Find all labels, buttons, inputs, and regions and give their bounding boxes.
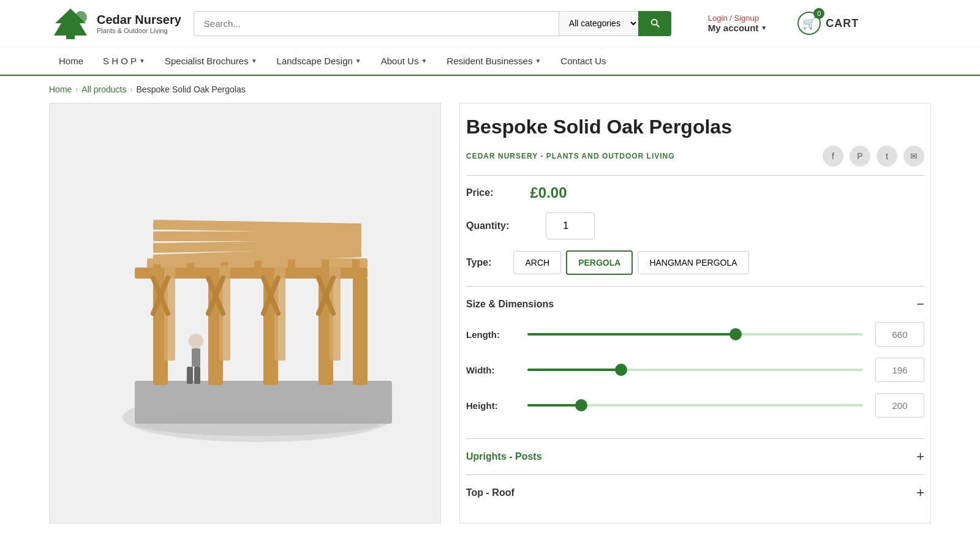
length-slider-wrap [527,328,863,340]
product-details: Bespoke Solid Oak Pergolas CEDAR NURSERY… [459,103,931,523]
top-roof-expand-icon: + [916,485,924,501]
category-select[interactable]: All categories [559,11,638,36]
size-dimensions-collapse-icon: − [916,296,924,312]
brand-share-row: CEDAR NURSERY - PLANTS AND OUTDOOR LIVIN… [466,146,924,167]
nav-landscape-label: Landscape Design [277,56,353,66]
size-dimensions-section: Size & Dimensions − Length: [466,286,924,438]
logo[interactable]: Cedar Nursery Plants & Outdoor Living [49,6,181,40]
breadcrumb: Home › All products › Bespoke Solid Oak … [0,76,980,103]
width-slider-row: Width: [466,358,924,382]
svg-rect-17 [153,220,361,233]
svg-point-4 [135,411,380,436]
search-input[interactable] [194,11,559,36]
height-slider-row: Height: [466,393,924,418]
width-slider-wrap [527,364,863,376]
top-roof-header[interactable]: Top - Roof + [466,485,924,501]
nav-resident-chevron: ▼ [535,58,541,64]
search-icon [649,17,660,28]
nav-specialist-label: Specialist Brochures [165,56,249,66]
main-nav: Home S H O P ▼ Specialist Brochures ▼ La… [0,47,980,76]
nav-resident-label: Resident Businesses [447,56,532,66]
length-slider-thumb[interactable] [729,328,742,340]
breadcrumb-current: Bespoke Solid Oak Pergolas [137,84,246,94]
share-icons: f P t ✉ [823,146,924,167]
my-account-dropdown[interactable]: My account ▼ [708,23,767,33]
share-facebook-icon[interactable]: f [823,146,843,167]
svg-rect-37 [187,367,193,384]
nav-shop-chevron: ▼ [139,58,145,64]
width-slider-fill [527,369,621,371]
svg-rect-12 [322,260,329,268]
svg-rect-16 [153,231,361,241]
share-twitter-icon[interactable]: t [876,146,897,167]
cart-badge: 0 [813,8,824,19]
share-email-icon[interactable]: ✉ [903,146,924,167]
account-area: Login / Signup My account ▼ [708,13,767,33]
nav-item-about[interactable]: About Us ▼ [371,47,437,75]
nav-contact-label: Contact Us [560,56,606,66]
nav-item-home[interactable]: Home [49,47,93,75]
width-slider-thumb[interactable] [615,364,627,376]
nav-specialist-chevron: ▼ [251,58,257,64]
nav-item-contact[interactable]: Contact Us [551,47,616,75]
breadcrumb-home[interactable]: Home [49,84,72,94]
search-area: All categories [194,11,671,36]
cart-area[interactable]: 🛒 0 CART [797,12,859,35]
logo-subtitle: Plants & Outdoor Living [97,27,181,34]
nav-about-label: About Us [381,56,419,66]
my-account-label: My account [708,23,759,33]
type-option-pergola[interactable]: PERGOLA [566,250,633,275]
login-link[interactable]: Login / Signup [708,13,759,23]
logo-icon [49,6,92,40]
price-row: Price: £0.00 [466,184,924,201]
type-option-hangman[interactable]: HANGMAN PERGOLA [638,251,748,274]
height-slider-fill [527,404,581,407]
quantity-input[interactable] [546,212,595,239]
width-value-input[interactable] [875,358,924,382]
height-value-input[interactable] [875,393,924,418]
nav-item-specialist[interactable]: Specialist Brochures ▼ [155,47,267,75]
product-title: Bespoke Solid Oak Pergolas [466,116,924,138]
width-label: Width: [466,365,515,375]
size-dimensions-header[interactable]: Size & Dimensions − [466,296,924,312]
height-slider-wrap [527,399,863,411]
cart-icon-wrap: 🛒 0 [797,12,821,35]
nav-item-resident[interactable]: Resident Businesses ▼ [437,47,551,75]
logo-text-area: Cedar Nursery Plants & Outdoor Living [97,13,181,34]
width-slider-track [527,369,863,371]
length-slider-fill [527,333,736,335]
search-button[interactable] [638,11,671,36]
share-pinterest-icon[interactable]: P [850,146,870,167]
length-value-input[interactable] [875,322,924,347]
price-value: £0.00 [530,184,567,201]
svg-point-1 [75,11,87,23]
product-image [74,160,417,467]
svg-point-35 [189,334,203,348]
quantity-row: Quantity: [466,212,924,239]
divider-1 [466,175,924,176]
type-row: Type: ARCH PERGOLA HANGMAN PERGOLA [466,250,924,275]
height-slider-thumb[interactable] [575,399,587,411]
cart-label: CART [826,17,859,30]
product-image-area [49,103,441,523]
size-dimensions-title: Size & Dimensions [466,299,554,310]
breadcrumb-all-products[interactable]: All products [81,84,126,94]
svg-rect-11 [288,260,295,268]
type-options: ARCH PERGOLA HANGMAN PERGOLA [513,250,748,275]
type-option-arch[interactable]: ARCH [513,251,561,274]
nav-shop-label: S H O P [103,56,137,66]
main-content: Bespoke Solid Oak Pergolas CEDAR NURSERY… [0,103,980,548]
breadcrumb-sep-2: › [130,85,133,94]
svg-rect-22 [353,278,368,385]
uprights-posts-header[interactable]: Uprights - Posts + [466,449,924,465]
uprights-posts-title: Uprights - Posts [466,451,542,462]
length-label: Length: [466,329,515,340]
nav-item-shop[interactable]: S H O P ▼ [93,47,155,75]
quantity-label: Quantity: [466,220,509,231]
top-roof-title: Top - Roof [466,487,514,498]
length-slider-row: Length: [466,322,924,347]
type-label: Type: [466,257,491,268]
nav-item-landscape[interactable]: Landscape Design ▼ [267,47,371,75]
brand-name: CEDAR NURSERY - PLANTS AND OUTDOOR LIVIN… [466,152,675,160]
uprights-posts-section: Uprights - Posts + [466,438,924,474]
